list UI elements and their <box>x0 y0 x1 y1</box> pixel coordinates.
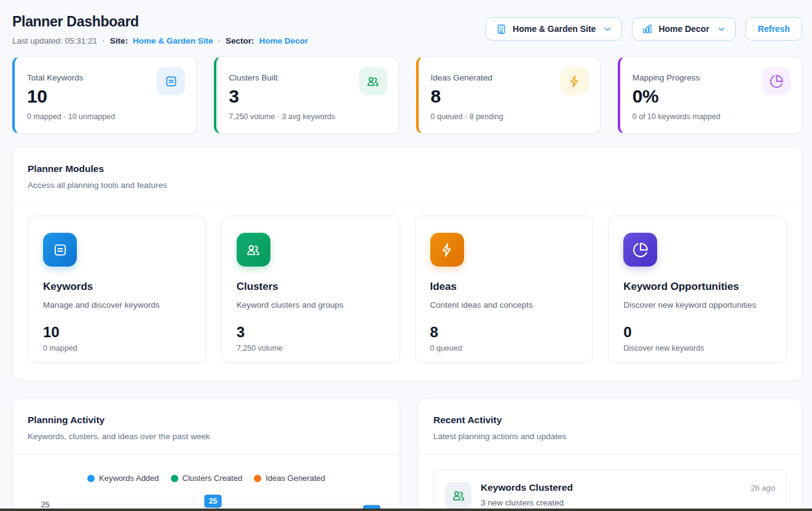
module-card-ideas[interactable]: Ideas Content ideas and concepts 8 0 que… <box>415 216 594 363</box>
activity-item-keywords-clustered: Keywords Clustered 3 new clusters create… <box>433 470 787 511</box>
activity-item-description: 3 new clusters created <box>481 498 741 507</box>
legend-item-keywords-added[interactable]: Keywords Added <box>87 474 159 483</box>
users-icon <box>445 482 471 509</box>
module-subtext: 7,250 volume <box>237 344 385 353</box>
header-meta: Last updated: 05:31:21 · Site: Home & Ga… <box>12 36 308 45</box>
sector-selector-label: Home Decor <box>658 24 709 34</box>
document-icon <box>43 233 77 267</box>
module-description: Content ideas and concepts <box>430 300 578 310</box>
legend-label: Keywords Added <box>99 474 159 483</box>
legend-dot-icon <box>254 475 261 482</box>
legend-dot-icon <box>171 475 178 482</box>
bar-chart-icon <box>642 23 653 34</box>
screen-bottom-edge <box>0 509 812 511</box>
planner-modules-panel: Planner Modules Access all planning tool… <box>12 147 802 381</box>
module-card-keywords[interactable]: Keywords Manage and discover keywords 10… <box>28 216 207 363</box>
page-title: Planner Dashboard <box>12 14 308 30</box>
module-card-keyword-opportunities[interactable]: Keyword Opportunities Discover new keywo… <box>608 216 787 363</box>
recent-activity-card: Recent Activity Latest planning actions … <box>418 398 802 511</box>
modules-grid: Keywords Manage and discover keywords 10… <box>13 203 802 380</box>
stat-card-mapping-progress: Mapping Progress 0% 0 of 10 keywords map… <box>618 57 802 134</box>
pie-chart-icon <box>623 233 657 267</box>
stat-card-clusters-built: Clusters Built 3 7,250 volume · 3 avg ke… <box>214 57 398 134</box>
activity-item-body: Keywords Clustered 3 new clusters create… <box>481 482 741 509</box>
users-icon <box>359 67 387 95</box>
module-subtext: 0 queued <box>430 344 578 353</box>
bottom-row: Planning Activity Keywords, clusters, an… <box>12 398 802 511</box>
module-description: Keyword clusters and groups <box>237 300 385 310</box>
meta-separator: · <box>218 36 221 45</box>
module-title: Clusters <box>237 281 385 293</box>
stat-subtext: 0 of 10 keywords mapped <box>633 112 789 121</box>
planning-activity-title: Planning Activity <box>28 415 385 426</box>
sector-label: Sector: <box>226 36 254 45</box>
module-title: Keywords <box>43 281 191 293</box>
planning-activity-header: Planning Activity Keywords, clusters, an… <box>13 399 400 454</box>
page-header: Planner Dashboard Last updated: 05:31:21… <box>12 14 802 45</box>
planning-activity-subtitle: Keywords, clusters, and ideas over the p… <box>28 432 385 441</box>
legend-label: Ideas Generated <box>266 474 325 483</box>
modules-title: Planner Modules <box>28 163 787 174</box>
refresh-button[interactable]: Refresh <box>746 17 802 41</box>
site-selector-label: Home & Garden Site <box>513 24 596 34</box>
planning-activity-card: Planning Activity Keywords, clusters, an… <box>12 398 400 511</box>
site-label: Site: <box>110 36 128 45</box>
sector-selector-dropdown[interactable]: Home Decor <box>632 17 735 41</box>
stats-row: Total Keywords 10 0 mapped · 10 unmapped… <box>12 57 802 134</box>
recent-activity-header: Recent Activity Latest planning actions … <box>419 399 802 454</box>
meta-separator: · <box>102 36 105 45</box>
building-icon <box>495 23 507 35</box>
modules-subtitle: Access all planning tools and features <box>28 181 787 190</box>
module-title: Keyword Opportunities <box>623 281 771 293</box>
legend-item-clusters-created[interactable]: Clusters Created <box>171 474 243 483</box>
users-icon <box>237 233 270 267</box>
module-title: Ideas <box>430 281 578 293</box>
module-description: Discover new keyword opportunities <box>623 300 771 310</box>
stat-subtext: 0 queued · 8 pending <box>431 112 588 121</box>
module-subtext: Discover new keywords <box>623 344 771 353</box>
stat-card-total-keywords: Total Keywords 10 0 mapped · 10 unmapped <box>12 57 197 134</box>
header-controls: Home & Garden Site Home Decor <box>486 17 802 41</box>
recent-activity-title: Recent Activity <box>433 415 787 426</box>
module-value: 3 <box>237 324 385 341</box>
chevron-down-icon <box>603 25 612 34</box>
stat-card-ideas-generated: Ideas Generated 8 0 queued · 8 pending <box>416 57 601 134</box>
data-label-peak: 25 <box>205 495 221 507</box>
header-left: Planner Dashboard Last updated: 05:31:21… <box>12 14 308 45</box>
module-value: 10 <box>43 324 191 341</box>
legend-item-ideas-generated[interactable]: Ideas Generated <box>254 474 325 483</box>
module-card-clusters[interactable]: Clusters Keyword clusters and groups 3 7… <box>221 216 400 363</box>
module-subtext: 0 mapped <box>43 344 191 353</box>
svg-text:25: 25 <box>209 497 218 505</box>
site-link[interactable]: Home & Garden Site <box>133 36 213 45</box>
activity-item-title: Keywords Clustered <box>481 482 741 493</box>
chevron-down-icon <box>717 25 726 34</box>
document-icon <box>157 67 185 95</box>
activity-item-timestamp: 2h ago <box>751 482 775 509</box>
lightning-icon <box>430 233 464 267</box>
lightning-icon <box>561 67 589 95</box>
legend-dot-icon <box>87 475 95 482</box>
sector-link[interactable]: Home Decor <box>259 36 308 45</box>
planner-dashboard-page: Planner Dashboard Last updated: 05:31:21… <box>0 0 812 511</box>
chart-legend: Keywords Added Clusters Created Ideas Ge… <box>13 474 400 483</box>
module-value: 0 <box>623 324 771 341</box>
stat-subtext: 7,250 volume · 3 avg keywords <box>229 112 385 121</box>
recent-activity-subtitle: Latest planning actions and updates <box>433 432 787 441</box>
site-selector-dropdown[interactable]: Home & Garden Site <box>486 17 622 41</box>
pie-chart-icon <box>762 67 790 95</box>
legend-label: Clusters Created <box>183 474 243 483</box>
modules-header: Planner Modules Access all planning tool… <box>13 147 802 203</box>
module-value: 8 <box>430 324 578 341</box>
module-description: Manage and discover keywords <box>43 300 191 310</box>
y-axis-tick-label: 25 <box>41 500 49 509</box>
last-updated-text: Last updated: 05:31:21 <box>12 36 97 45</box>
stat-subtext: 0 mapped · 10 unmapped <box>27 112 184 121</box>
